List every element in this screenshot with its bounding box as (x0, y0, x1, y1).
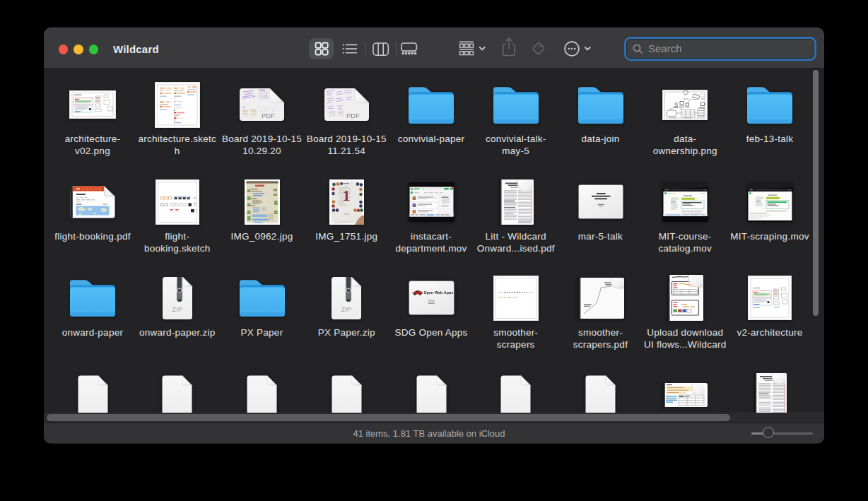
svg-text:1: 1 (342, 187, 350, 204)
svg-text:Open Web Apps: Open Web Apps (423, 290, 453, 295)
svg-text:PDF: PDF (346, 112, 360, 119)
svg-text:PDF: PDF (262, 112, 275, 119)
